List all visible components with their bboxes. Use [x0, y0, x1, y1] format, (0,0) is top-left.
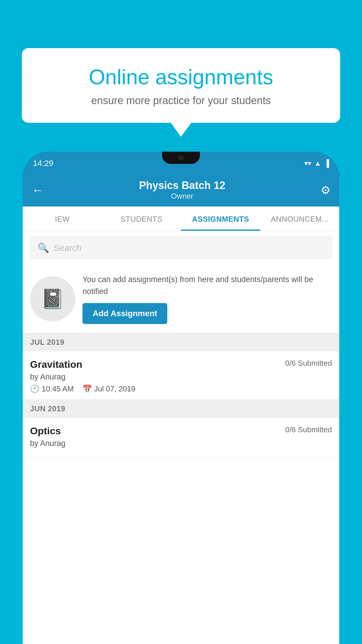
assignment-by-optics: by Anurag [30, 439, 332, 448]
search-input-placeholder[interactable]: Search [54, 243, 81, 253]
search-bar[interactable]: 🔍 Search [30, 237, 332, 259]
assignment-item-gravitation[interactable]: Gravitation 0/6 Submitted by Anurag 🕐 10… [23, 351, 339, 400]
wifi-icon: ▾▾ [304, 159, 311, 167]
section-header-jul: JUL 2019 [23, 333, 339, 351]
phone-frame: 14:29 ▾▾ ▲ ▐ ← Physics Batch 12 Owner ⚙ … [23, 152, 339, 644]
camera [178, 155, 184, 160]
assignment-by-gravitation: by Anurag [30, 372, 332, 382]
header-center: Physics Batch 12 Owner [139, 179, 225, 201]
clock-icon: 🕐 [30, 384, 39, 393]
assignment-time-gravitation: 🕐 10:45 AM [30, 384, 74, 393]
app-header: ← Physics Batch 12 Owner ⚙ [23, 175, 339, 206]
assignment-submitted-gravitation: 0/6 Submitted [285, 359, 332, 368]
status-icons: ▾▾ ▲ ▐ [304, 159, 329, 167]
tabs-bar: IEW STUDENTS ASSIGNMENTS ANNOUNCEM... [23, 206, 339, 231]
assignment-top: Gravitation 0/6 Submitted [30, 359, 332, 370]
signal-icon: ▲ [314, 159, 321, 167]
add-assignment-button[interactable]: Add Assignment [82, 303, 167, 324]
tab-students[interactable]: STUDENTS [102, 206, 181, 231]
promo-description: You can add assignment(s) from here and … [82, 274, 332, 297]
time-value-gravitation: 10:45 AM [42, 384, 74, 393]
header-title: Physics Batch 12 [139, 179, 225, 192]
promo-section: 📓 You can add assignment(s) from here an… [23, 265, 339, 333]
status-bar: 14:29 ▾▾ ▲ ▐ [23, 152, 339, 175]
assignment-name-optics: Optics [30, 425, 61, 437]
assignment-submitted-optics: 0/6 Submitted [285, 425, 332, 434]
tab-assignments[interactable]: ASSIGNMENTS [181, 206, 260, 231]
assignment-name-gravitation: Gravitation [30, 359, 82, 370]
promo-icon-circle: 📓 [30, 276, 75, 321]
screen-content: 🔍 Search 📓 You can add assignment(s) fro… [23, 231, 339, 644]
tab-announcements[interactable]: ANNOUNCEM... [260, 206, 340, 231]
search-container: 🔍 Search [23, 231, 339, 265]
back-button[interactable]: ← [31, 183, 44, 197]
notch [162, 152, 200, 164]
speech-bubble: Online assignments ensure more practice … [22, 48, 340, 123]
search-icon: 🔍 [38, 242, 49, 253]
assignment-item-optics[interactable]: Optics 0/6 Submitted by Anurag [23, 418, 339, 457]
header-subtitle: Owner [139, 192, 225, 201]
battery-icon: ▐ [324, 159, 329, 167]
bubble-title: Online assignments [38, 66, 324, 89]
assignment-top-optics: Optics 0/6 Submitted [30, 425, 332, 437]
settings-button[interactable]: ⚙ [321, 184, 331, 197]
section-header-jun: JUN 2019 [23, 400, 339, 418]
assignment-date-gravitation: 📅 Jul 07, 2019 [82, 384, 136, 393]
tab-iew[interactable]: IEW [23, 206, 102, 231]
assignment-meta-gravitation: 🕐 10:45 AM 📅 Jul 07, 2019 [30, 384, 332, 393]
notebook-icon: 📓 [41, 288, 64, 310]
date-value-gravitation: Jul 07, 2019 [94, 384, 136, 393]
status-time: 14:29 [33, 159, 53, 168]
calendar-icon: 📅 [82, 384, 92, 393]
bubble-subtitle: ensure more practice for your students [38, 94, 324, 107]
promo-right: You can add assignment(s) from here and … [82, 274, 332, 324]
